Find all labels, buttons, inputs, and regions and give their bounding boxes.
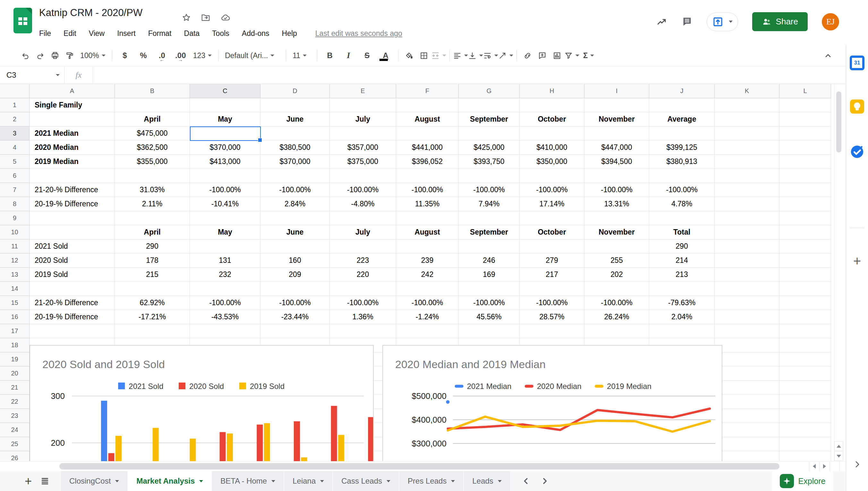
bold-button[interactable]: B — [320, 48, 339, 63]
cell-B14[interactable] — [115, 282, 190, 296]
cell-K23[interactable] — [715, 409, 779, 423]
cell-L6[interactable] — [779, 169, 831, 183]
cell-I7[interactable]: -100.00% — [584, 183, 649, 197]
cell-J16[interactable]: 2.04% — [649, 310, 715, 324]
cell-K6[interactable] — [715, 169, 779, 183]
cell-L26[interactable] — [779, 451, 831, 461]
cell-D17[interactable] — [260, 324, 330, 338]
star-icon[interactable] — [182, 13, 191, 23]
cell-F1[interactable] — [396, 98, 459, 112]
column-header-B[interactable]: B — [115, 84, 190, 98]
format-percent-button[interactable]: % — [134, 48, 153, 63]
cell-E16[interactable]: 1.36% — [330, 310, 396, 324]
cell-A3[interactable]: 2021 Median — [30, 126, 115, 141]
cell-C11[interactable] — [190, 239, 260, 254]
cell-L5[interactable] — [779, 155, 831, 169]
cell-I8[interactable]: 13.31% — [584, 197, 649, 211]
cell-B4[interactable]: $362,500 — [115, 141, 190, 155]
cell-I6[interactable] — [584, 169, 649, 183]
merge-cells-button[interactable] — [431, 48, 446, 63]
cell-A1[interactable]: Single Family — [30, 98, 115, 112]
cell-B16[interactable]: -17.21% — [115, 310, 190, 324]
add-sheet-button[interactable]: + — [20, 471, 37, 491]
cell-E5[interactable]: $375,000 — [330, 155, 396, 169]
cell-F17[interactable] — [396, 324, 459, 338]
horizontal-scrollbar-thumb[interactable] — [59, 463, 779, 469]
row-header-25[interactable]: 25 — [0, 437, 30, 451]
cloud-saved-icon[interactable] — [221, 13, 230, 23]
cell-F13[interactable]: 242 — [396, 268, 459, 282]
row-header-19[interactable]: 19 — [0, 352, 30, 367]
row-header-26[interactable]: 26 — [0, 451, 30, 461]
cell-D16[interactable]: -23.44% — [260, 310, 330, 324]
cell-A5[interactable]: 2019 Median — [30, 155, 115, 169]
row-header-24[interactable]: 24 — [0, 423, 30, 437]
cell-J7[interactable]: -100.00% — [649, 183, 715, 197]
cell-F16[interactable]: -1.24% — [396, 310, 459, 324]
cell-E9[interactable] — [330, 211, 396, 225]
row-header-6[interactable]: 6 — [0, 169, 30, 183]
cell-D5[interactable]: $370,000 — [260, 155, 330, 169]
insert-comment-button[interactable] — [535, 48, 550, 63]
cell-F7[interactable]: -100.00% — [396, 183, 459, 197]
present-button[interactable] — [707, 12, 738, 31]
sheet-tab-market-analysis[interactable]: Market Analysis — [128, 471, 212, 491]
cell-H11[interactable] — [520, 239, 584, 254]
cell-K20[interactable] — [715, 367, 779, 381]
create-filter-button[interactable] — [564, 48, 579, 63]
column-header-D[interactable]: D — [260, 84, 330, 98]
cell-H13[interactable]: 217 — [520, 268, 584, 282]
cell-J4[interactable]: $399,125 — [649, 141, 715, 155]
italic-button[interactable]: I — [339, 48, 358, 63]
cell-D10[interactable]: June — [260, 225, 330, 239]
row-header-16[interactable]: 16 — [0, 310, 30, 324]
sheet-tab-pres-leads[interactable]: Pres Leads — [399, 471, 464, 491]
cell-F4[interactable]: $441,000 — [396, 141, 459, 155]
cell-G10[interactable]: September — [459, 225, 520, 239]
all-sheets-button[interactable] — [37, 471, 53, 491]
cell-B1[interactable] — [115, 98, 190, 112]
text-wrapping-button[interactable] — [483, 48, 498, 63]
menu-add-ons[interactable]: Add-ons — [242, 29, 270, 38]
cell-J17[interactable] — [649, 324, 715, 338]
cell-G1[interactable] — [459, 98, 520, 112]
cell-H1[interactable] — [520, 98, 584, 112]
cell-H17[interactable] — [520, 324, 584, 338]
decrease-decimals-button[interactable]: .0← — [153, 48, 171, 63]
cell-D12[interactable]: 160 — [260, 254, 330, 268]
row-header-3[interactable]: 3 — [0, 126, 30, 141]
selected-cell-outline[interactable] — [190, 126, 261, 141]
cell-C8[interactable]: -10.41% — [190, 197, 260, 211]
cell-H6[interactable] — [520, 169, 584, 183]
strikethrough-button[interactable]: S — [358, 48, 376, 63]
menu-edit[interactable]: Edit — [63, 29, 76, 38]
cell-A17[interactable] — [30, 324, 115, 338]
cell-J15[interactable]: -79.63% — [649, 296, 715, 310]
cell-J14[interactable] — [649, 282, 715, 296]
cell-D15[interactable]: -100.00% — [260, 296, 330, 310]
cell-K5[interactable] — [715, 155, 779, 169]
cell-I16[interactable]: 26.24% — [584, 310, 649, 324]
row-header-18[interactable]: 18 — [0, 338, 30, 352]
cell-I11[interactable] — [584, 239, 649, 254]
row-header-11[interactable]: 11 — [0, 239, 30, 254]
menu-file[interactable]: File — [39, 29, 51, 38]
functions-button[interactable]: Σ — [579, 48, 598, 63]
sheet-tab-leads[interactable]: Leads — [464, 471, 510, 491]
cell-E12[interactable]: 223 — [330, 254, 396, 268]
cell-H8[interactable]: 17.14% — [520, 197, 584, 211]
cell-E14[interactable] — [330, 282, 396, 296]
cell-C14[interactable] — [190, 282, 260, 296]
insert-link-button[interactable] — [520, 48, 535, 63]
cell-L15[interactable] — [779, 296, 831, 310]
sheet-tab-menu-caret[interactable] — [199, 480, 203, 482]
cell-J3[interactable] — [649, 126, 715, 141]
cell-L16[interactable] — [779, 310, 831, 324]
cell-J13[interactable]: 213 — [649, 268, 715, 282]
cell-J6[interactable] — [649, 169, 715, 183]
cell-L4[interactable] — [779, 141, 831, 155]
cell-H3[interactable] — [520, 126, 584, 141]
cell-E3[interactable] — [330, 126, 396, 141]
vertical-align-button[interactable] — [468, 48, 483, 63]
cell-E11[interactable] — [330, 239, 396, 254]
